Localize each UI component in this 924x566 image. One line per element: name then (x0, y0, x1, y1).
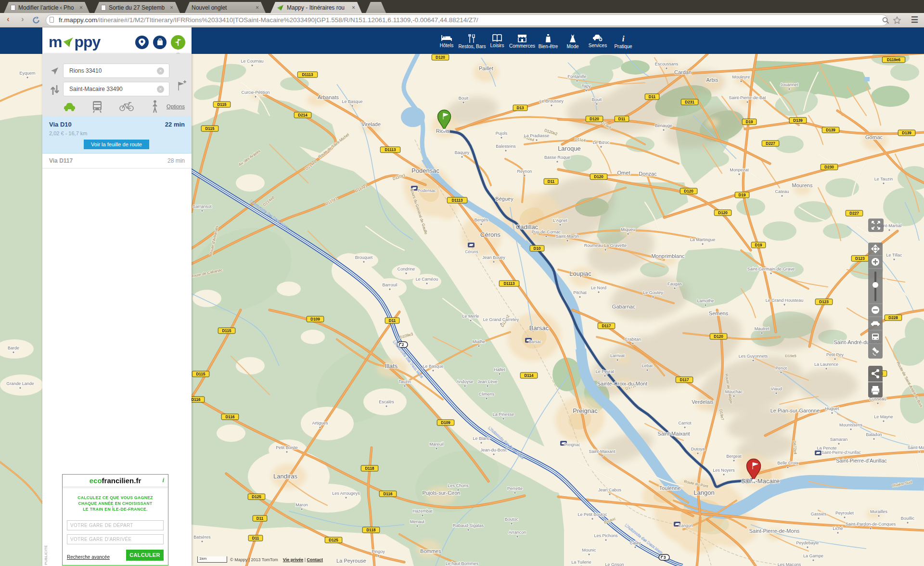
svg-text:Bouit: Bouit (592, 97, 602, 102)
svg-text:D116: D116 (383, 492, 393, 496)
svg-text:D115: D115 (217, 103, 227, 107)
svg-text:D117: D117 (602, 324, 611, 328)
svg-text:Saint-Martin: Saint-Martin (908, 445, 924, 450)
svg-text:Les Chons: Les Chons (448, 483, 469, 488)
svg-text:Arbis: Arbis (706, 77, 719, 83)
svg-text:Benauge: Benauge (655, 123, 672, 128)
svg-text:Les Arrougeys: Les Arrougeys (332, 491, 360, 496)
svg-text:D116: D116 (191, 398, 201, 402)
svg-text:D13: D13 (516, 106, 524, 110)
svg-text:Le Basque: Le Basque (342, 99, 362, 104)
svg-text:D1113: D1113 (385, 148, 396, 152)
svg-text:Virelade: Virelade (361, 121, 381, 127)
svg-text:Murailles: Murailles (870, 509, 888, 514)
svg-text:Langon: Langon (679, 523, 693, 528)
svg-text:Jean Cabos: Jean Cabos (598, 488, 622, 492)
svg-text:D11: D11 (548, 180, 555, 184)
svg-text:D120: D120 (436, 55, 445, 60)
svg-text:Saint-Germain-de-Grave: Saint-Germain-de-Grave (747, 267, 795, 271)
svg-text:Rions: Rions (436, 128, 450, 134)
svg-text:Podensac: Podensac (411, 167, 439, 174)
svg-text:Fontanille: Fontanille (567, 74, 586, 79)
svg-text:Gornac: Gornac (865, 134, 883, 140)
svg-text:D1113: D1113 (302, 73, 313, 77)
svg-text:D19: D19 (738, 193, 745, 197)
svg-text:Baquey: Baquey (455, 150, 470, 155)
svg-text:Dutoya: Dutoya (691, 447, 705, 451)
svg-text:Podensac: Podensac (418, 188, 436, 193)
svg-text:Monprimblanc: Monprimblanc (651, 253, 685, 259)
svg-text:Bergeat: Bergeat (726, 454, 742, 459)
svg-text:D115: D115 (222, 329, 231, 333)
svg-text:Le Petit Boutoc: Le Petit Boutoc (578, 512, 607, 517)
svg-text:Crabitan: Crabitan (625, 337, 641, 342)
svg-text:La Pinesse: La Pinesse (493, 412, 514, 417)
svg-text:La Tuilerie: La Tuilerie (571, 560, 591, 565)
svg-text:Paillet: Paillet (479, 65, 493, 71)
svg-text:D1113: D1113 (503, 282, 515, 286)
svg-text:Grande Lande: Grande Lande (6, 381, 34, 386)
svg-text:Pitchat: Pitchat (573, 290, 587, 295)
svg-text:Le Tauzin: Le Tauzin (874, 177, 893, 181)
svg-text:Le haut Bommes: Le haut Bommes (446, 561, 479, 566)
svg-text:Baladon: Baladon (866, 432, 882, 437)
svg-text:Jean Bouey: Jean Bouey (482, 255, 505, 260)
svg-text:Mouleyre: Mouleyre (732, 75, 750, 79)
svg-text:D115: D115 (205, 127, 215, 131)
svg-text:La Pradiasse: La Pradiasse (524, 133, 550, 138)
svg-text:D139: D139 (902, 131, 911, 135)
svg-text:Peyroulet: Peyroulet (835, 511, 854, 515)
svg-text:Roumeau La Gravette: Roumeau La Gravette (584, 243, 627, 248)
svg-text:D118: D118 (365, 466, 374, 471)
svg-text:D11: D11 (389, 319, 396, 323)
svg-text:Samaran: Samaran (830, 437, 848, 442)
svg-text:Arrancon: Arrancon (509, 530, 526, 535)
svg-text:Boutoc: Boutoc (505, 517, 519, 522)
svg-text:Preignac: Preignac (573, 407, 598, 414)
svg-text:Petit Boiste: Petit Boiste (276, 445, 298, 450)
svg-text:Sainte-Croix-du-Mont: Sainte-Croix-du-Mont (597, 381, 648, 386)
svg-text:Hazembat: Hazembat (412, 509, 433, 514)
svg-text:D11: D11 (649, 95, 656, 99)
svg-text:Preignac: Preignac (564, 442, 580, 447)
svg-text:Mounissens: Mounissens (839, 423, 863, 427)
svg-text:Saint-Pierre-d'Aurillac: Saint-Pierre-d'Aurillac (821, 450, 861, 455)
svg-text:D10: D10 (533, 246, 540, 251)
svg-text:Cateau: Cateau (775, 189, 789, 194)
svg-text:Mounic: Mounic (582, 548, 596, 553)
svg-text:Faugas: Faugas (667, 282, 682, 286)
svg-text:Le Bizoc: Le Bizoc (593, 140, 610, 145)
svg-text:Calay: Calay (629, 540, 641, 545)
svg-text:Bouit: Bouit (459, 96, 469, 101)
svg-text:i: i (622, 34, 625, 43)
svg-text:D231: D231 (685, 100, 694, 104)
svg-text:D230: D230 (824, 165, 834, 169)
svg-text:Landiras: Landiras (273, 473, 297, 480)
svg-text:Belle Croix: Belle Croix (777, 461, 798, 465)
svg-text:Tapy: Tapy (581, 84, 591, 89)
svg-text:Lebat: Lebat (642, 363, 653, 368)
svg-text:Tauzin: Tauzin (398, 379, 411, 384)
svg-text:D125: D125 (329, 538, 338, 542)
svg-text:Jean-du-Bosc: Jean-du-Bosc (480, 448, 507, 452)
svg-text:Pujols: Pujols (496, 131, 508, 136)
svg-text:D120: D120 (714, 334, 723, 339)
svg-text:D19: D19 (745, 120, 753, 124)
svg-text:Le Basque: Le Basque (423, 364, 443, 369)
svg-text:Basse Roque: Basse Roque (544, 155, 570, 160)
svg-text:Climens: Climens (479, 392, 495, 397)
svg-text:La Gampe: La Gampe (803, 553, 823, 558)
svg-text:D120: D120 (684, 189, 693, 193)
svg-text:Le Peyrat: Le Peyrat (596, 369, 615, 374)
svg-text:Perrette: Perrette (507, 486, 523, 491)
svg-text:Saint-Maixant: Saint-Maixant (657, 431, 690, 437)
svg-text:D19: D19 (755, 243, 762, 247)
svg-text:Maron: Maron (295, 502, 308, 507)
svg-text:D228: D228 (888, 316, 898, 320)
svg-text:D227: D227 (849, 211, 859, 216)
svg-text:Omet: Omet (617, 170, 630, 176)
svg-text:Andoyse: Andoyse (456, 379, 473, 384)
svg-text:Gassies: Gassies (811, 512, 827, 516)
svg-text:Brouquet: Brouquet (355, 255, 373, 260)
svg-text:Cardan: Cardan (674, 69, 692, 75)
